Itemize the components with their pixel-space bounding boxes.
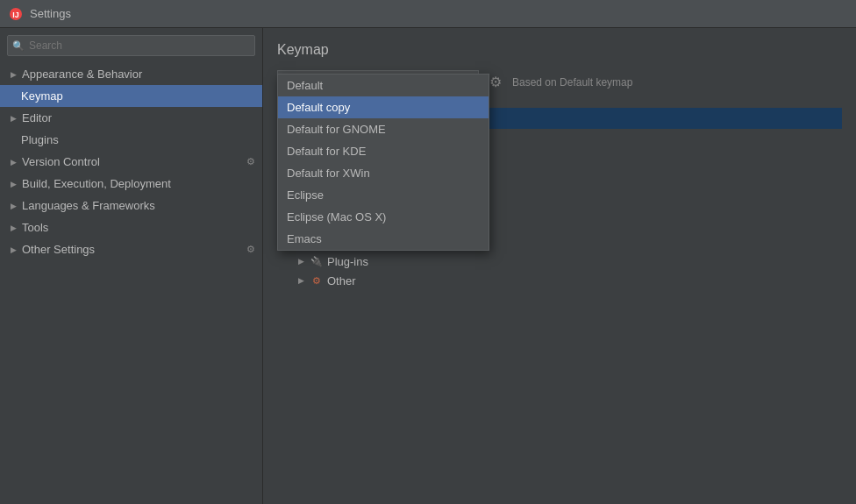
sidebar-item-tools[interactable]: ▶ Tools	[0, 217, 262, 238]
chevron-icon: ▶	[11, 158, 17, 167]
sidebar-item-label: Plugins	[21, 133, 59, 146]
chevron-icon: ▶	[11, 180, 17, 188]
svg-text:IJ: IJ	[12, 11, 19, 19]
settings-gear-icon: ⚙	[246, 156, 255, 167]
based-on-label: Based on Default keymap	[512, 76, 632, 89]
tree-item-label: Plug-ins	[327, 255, 368, 268]
sidebar-item-label: Keymap	[21, 89, 63, 103]
settings-gear-icon: ⚙	[246, 244, 255, 255]
plugin-icon: 🔌	[310, 254, 324, 268]
sidebar-item-label: Languages & Frameworks	[22, 199, 155, 212]
content-area: Keymap Default copy ▼ ⚙ Based on Default…	[263, 28, 856, 504]
chevron-icon: ▶	[11, 202, 17, 210]
sidebar-item-label: Appearance & Behavior	[22, 67, 142, 81]
search-input[interactable]	[7, 35, 255, 56]
sidebar-item-build[interactable]: ▶ Build, Execution, Deployment	[0, 173, 262, 195]
tree-item-plugins[interactable]: ▶ 🔌 Plug-ins	[277, 252, 842, 271]
search-wrapper: 🔍	[7, 35, 255, 56]
dropdown-option-default[interactable]: Default	[278, 75, 489, 96]
dropdown-option-emacs[interactable]: Emacs	[278, 228, 489, 250]
sidebar-item-languages[interactable]: ▶ Languages & Frameworks	[0, 195, 262, 217]
chevron-icon: ▶	[11, 114, 17, 123]
sidebar-item-label: Version Control	[22, 155, 100, 168]
page-title: Keymap	[277, 42, 842, 58]
title-bar: IJ Settings	[0, 0, 856, 28]
tree-item-other[interactable]: ▶ ⚙ Other	[277, 271, 842, 290]
chevron-icon: ▶	[11, 224, 17, 232]
chevron-icon: ▶	[298, 257, 304, 266]
sidebar-item-label: Other Settings	[22, 243, 95, 256]
sidebar-item-plugins[interactable]: Plugins	[0, 129, 262, 151]
sidebar-item-label: Tools	[22, 221, 48, 234]
sidebar-item-label: Editor	[22, 111, 52, 124]
sidebar-item-keymap[interactable]: Keymap	[0, 85, 262, 107]
dropdown-option-eclipse[interactable]: Eclipse	[278, 184, 489, 206]
tree-item-label: Other	[327, 274, 356, 287]
search-box: 🔍	[0, 28, 262, 63]
dropdown-popup: Default Default copy Default for GNOME D…	[277, 74, 489, 251]
other-icon: ⚙	[310, 273, 324, 287]
dropdown-option-xwin[interactable]: Default for XWin	[278, 162, 489, 184]
dropdown-option-kde[interactable]: Default for KDE	[278, 140, 489, 162]
app-icon: IJ	[9, 7, 23, 21]
main-layout: 🔍 ▶ Appearance & Behavior Keymap ▶ Edito…	[0, 28, 856, 504]
chevron-icon: ▶	[11, 245, 17, 254]
dropdown-option-eclipse-mac[interactable]: Eclipse (Mac OS X)	[278, 206, 489, 228]
window-title: Settings	[30, 7, 71, 20]
sidebar-item-other-settings[interactable]: ▶ Other Settings ⚙	[0, 238, 262, 260]
sidebar-item-label: Build, Execution, Deployment	[22, 177, 171, 190]
chevron-icon: ▶	[11, 70, 17, 79]
sidebar-item-vcs[interactable]: ▶ Version Control ⚙	[0, 151, 262, 173]
search-icon: 🔍	[12, 40, 25, 52]
dropdown-option-default-copy[interactable]: Default copy	[278, 96, 489, 118]
chevron-icon: ▶	[298, 276, 304, 285]
dropdown-option-gnome[interactable]: Default for GNOME	[278, 118, 489, 140]
sidebar-item-appearance[interactable]: ▶ Appearance & Behavior	[0, 63, 262, 85]
sidebar-item-editor[interactable]: ▶ Editor	[0, 107, 262, 129]
sidebar: 🔍 ▶ Appearance & Behavior Keymap ▶ Edito…	[0, 28, 263, 504]
